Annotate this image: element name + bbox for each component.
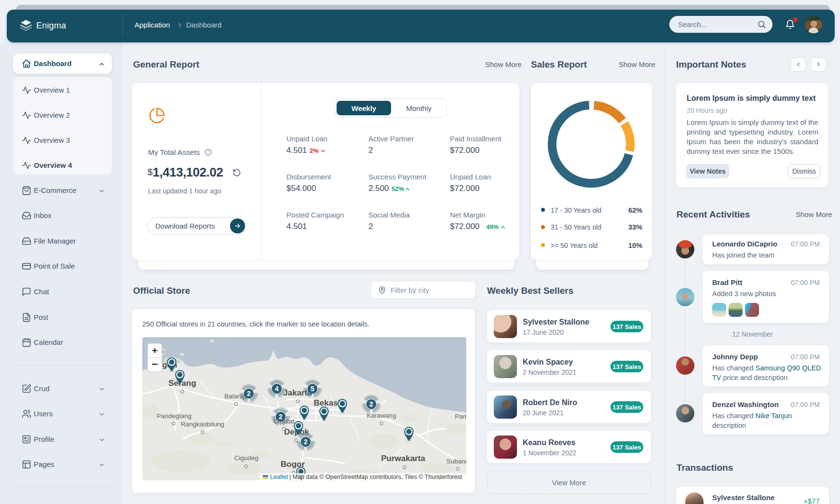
svg-text:−: − (151, 358, 158, 370)
svg-text:Pama: Pama (455, 413, 466, 420)
svg-text:Karawang: Karawang (367, 412, 396, 419)
svg-text:| Map data © OpenStreetMap con: | Map data © OpenStreetMap contributors,… (289, 474, 462, 480)
svg-text:+: + (152, 345, 158, 356)
svg-text:Leaflet: Leaflet (270, 474, 288, 480)
svg-text:2: 2 (369, 400, 373, 408)
svg-text:Pandeglang: Pandeglang (157, 412, 191, 420)
svg-text:5: 5 (311, 385, 314, 393)
svg-text:Bekasi: Bekasi (314, 398, 340, 408)
svg-text:2: 2 (247, 390, 251, 397)
svg-text:Rangkasbitung: Rangkasbitung (181, 421, 224, 428)
svg-text:Cigudeg: Cigudeg (234, 454, 258, 462)
svg-text:2: 2 (279, 413, 283, 421)
svg-text:2: 2 (304, 438, 308, 446)
svg-text:Purwakarta: Purwakarta (381, 454, 425, 463)
svg-text:4: 4 (275, 385, 279, 393)
svg-text:Subang: Subang (447, 458, 466, 465)
